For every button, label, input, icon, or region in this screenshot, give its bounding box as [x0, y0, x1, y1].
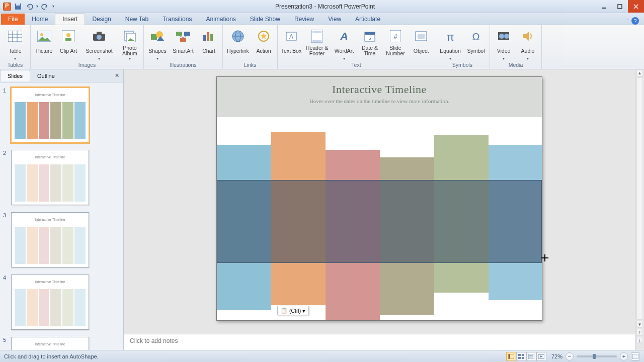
picture-button[interactable]: Picture	[33, 27, 56, 56]
clipart-button[interactable]: Clip Art	[57, 27, 80, 56]
film-icon	[496, 28, 512, 44]
photo-album-button[interactable]: Photo Album ▾	[118, 27, 141, 61]
table-button[interactable]: Table ▾	[2, 27, 28, 61]
slide-thumbnail[interactable]: 5 Interactive Timeline	[3, 337, 118, 350]
slide-thumbnail[interactable]: 3 Interactive Timeline	[3, 212, 118, 267]
zoom-pct[interactable]: 72%	[551, 353, 562, 359]
svg-rect-24	[184, 32, 190, 36]
view-slideshow-button[interactable]	[536, 352, 546, 361]
tab-view[interactable]: View	[321, 14, 348, 25]
undo-dropdown-icon[interactable]: ▾	[36, 4, 38, 9]
date-time-button[interactable]: 5 Date & Time	[358, 27, 381, 56]
action-button[interactable]: Action	[252, 27, 275, 56]
svg-line-26	[179, 36, 183, 38]
thumb-number: 3	[3, 212, 8, 267]
drawn-rectangle[interactable]	[217, 180, 542, 263]
chart-icon	[201, 28, 217, 44]
svg-point-17	[97, 35, 102, 40]
svg-rect-56	[522, 354, 524, 356]
close-button[interactable]	[628, 0, 644, 13]
tab-insert[interactable]: Insert	[55, 13, 85, 25]
equation-button[interactable]: π Equation ▾	[437, 27, 463, 61]
group-text: A Text Box Header & Footer A WordArt ▾ 5…	[278, 25, 435, 69]
tab-articulate[interactable]: Articulate	[348, 14, 387, 25]
view-reading-button[interactable]	[526, 352, 536, 361]
undo-icon[interactable]	[25, 3, 33, 11]
speaker-icon	[520, 28, 536, 44]
prev-slide-icon[interactable]: ⭱	[636, 329, 643, 336]
action-icon	[256, 28, 272, 44]
scroll-up-icon[interactable]: ▲	[636, 69, 643, 76]
minimize-button[interactable]	[596, 0, 612, 13]
slide-thumbnail[interactable]: 1 Interactive Timeline	[3, 87, 118, 143]
tab-transitions[interactable]: Transitions	[155, 14, 199, 25]
picture-icon	[36, 28, 52, 44]
pi-icon: π	[442, 28, 458, 44]
thumb-number: 1	[3, 87, 8, 143]
svg-rect-23	[176, 32, 182, 36]
tab-outline[interactable]: Outline	[30, 70, 62, 81]
zoom-slider[interactable]	[577, 355, 617, 357]
group-label: Links	[225, 61, 275, 69]
slide-editor: Interactive Timeline Hover over the date…	[124, 69, 635, 350]
scroll-track[interactable]	[636, 77, 643, 320]
tab-review[interactable]: Review	[287, 14, 321, 25]
document-title: Presentation3 - Microsoft PowerPoint	[54, 3, 596, 10]
tab-slide-show[interactable]: Slide Show	[243, 14, 287, 25]
view-sorter-button[interactable]	[516, 352, 526, 361]
tab-design[interactable]: Design	[85, 14, 118, 25]
group-symbols: π Equation ▾ Ω Symbol Symbols	[435, 25, 490, 69]
screenshot-button[interactable]: Screenshot ▾	[81, 27, 117, 61]
close-pane-icon[interactable]: ✕	[111, 72, 123, 79]
paste-options-flyout[interactable]: 📋 (Ctrl) ▾	[277, 306, 309, 315]
collapse-ribbon-icon[interactable]: ˇ	[627, 19, 628, 24]
slide-number-button[interactable]: # Slide Number	[382, 27, 409, 56]
slide-canvas[interactable]: Interactive Timeline Hover over the date…	[216, 76, 542, 321]
svg-text:Ω: Ω	[472, 31, 480, 42]
slide-thumbnail[interactable]: 4 Interactive Timeline	[3, 275, 118, 330]
header-footer-button[interactable]: Header & Footer	[304, 27, 330, 56]
svg-rect-1	[16, 4, 20, 6]
title-bar: ▾ ▾ Presentation3 - Microsoft PowerPoint	[0, 0, 644, 13]
tab-slides[interactable]: Slides	[0, 70, 30, 81]
save-icon[interactable]	[14, 3, 22, 11]
maximize-button[interactable]	[612, 0, 628, 13]
hyperlink-button[interactable]: Hyperlink	[225, 27, 251, 56]
tab-animations[interactable]: Animations	[199, 14, 243, 25]
redo-icon[interactable]	[41, 3, 49, 11]
tab-new-tab[interactable]: New Tab	[118, 14, 155, 25]
svg-text:5: 5	[368, 36, 371, 41]
thumb-number: 5	[3, 337, 8, 350]
ribbon-tabs: File Home Insert Design New Tab Transiti…	[0, 13, 644, 25]
view-normal-button[interactable]	[506, 352, 516, 361]
tab-home[interactable]: Home	[25, 14, 55, 25]
vertical-scrollbar[interactable]: ▲ ▼ ⭱ ⭳	[635, 69, 644, 350]
clipart-icon	[60, 28, 76, 44]
wordart-button[interactable]: A WordArt ▾	[331, 27, 357, 61]
svg-rect-29	[207, 32, 209, 41]
scroll-down-icon[interactable]: ▼	[636, 321, 643, 328]
svg-rect-30	[210, 34, 213, 41]
zoom-in-button[interactable]: +	[620, 352, 628, 360]
symbol-button[interactable]: Ω Symbol	[464, 27, 488, 56]
svg-rect-57	[518, 357, 521, 359]
chart-button[interactable]: Chart	[197, 27, 220, 56]
help-icon[interactable]: ?	[631, 17, 639, 25]
object-button[interactable]: Object	[410, 27, 433, 56]
tab-file[interactable]: File	[1, 14, 25, 25]
next-slide-icon[interactable]: ⭳	[636, 337, 643, 344]
fit-window-button[interactable]	[631, 352, 640, 360]
group-label: Images	[33, 61, 141, 69]
slide-subtitle: Hover over the dates on the timeline to …	[217, 98, 542, 104]
svg-text:A: A	[289, 33, 293, 40]
shapes-button[interactable]: Shapes ▾	[146, 27, 169, 61]
textbox-button[interactable]: A Text Box	[280, 27, 303, 56]
video-button[interactable]: Video ▾	[492, 27, 515, 61]
svg-rect-63	[632, 354, 638, 359]
zoom-out-button[interactable]: −	[566, 352, 574, 360]
notes-pane[interactable]: Click to add notes	[124, 334, 635, 350]
svg-rect-6	[8, 31, 22, 42]
smartart-button[interactable]: SmartArt	[170, 27, 196, 56]
slide-thumbnail[interactable]: 2 Interactive Timeline	[3, 150, 118, 205]
audio-button[interactable]: Audio ▾	[516, 27, 539, 61]
